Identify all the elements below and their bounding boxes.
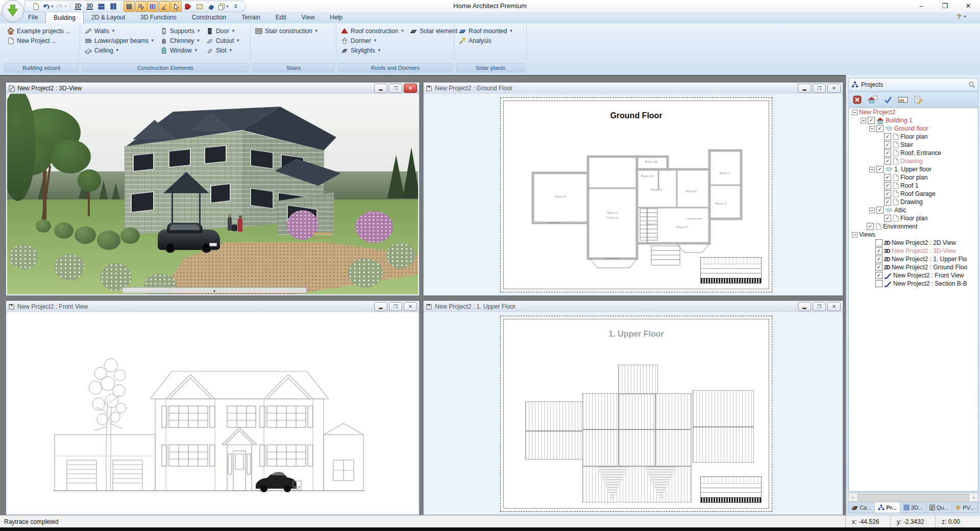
qat-redo-button[interactable]: ▼: [55, 1, 68, 12]
restore-button[interactable]: ❐: [813, 84, 826, 93]
minimize-button[interactable]: ▂: [798, 84, 811, 93]
ribbon-button-analysis[interactable]: Analysis: [457, 36, 514, 45]
close-button[interactable]: ✕: [827, 302, 841, 311]
tree-item-new-project2-section-b-b[interactable]: New Project2 : Section B-B: [849, 280, 978, 288]
tree-checkbox[interactable]: ✓: [875, 272, 883, 279]
tab-help[interactable]: Help: [322, 12, 350, 23]
3d-viewport[interactable]: ▲: [7, 94, 418, 294]
tree-item-1-upper-floor[interactable]: ✓1. Upper floor: [849, 165, 978, 173]
tree-item-new-project2-3d-view[interactable]: ✓3DNew Project2 : 3D-View: [849, 247, 978, 255]
qat-angle-snap-button[interactable]: [159, 1, 170, 12]
panel-tab-pv[interactable]: PV...: [952, 502, 978, 513]
window-front-titlebar[interactable]: New Project2 : Front View ▂ ❐ ✕: [6, 301, 419, 313]
projects-panel-header[interactable]: Projects: [848, 78, 978, 91]
tab-construction[interactable]: Construction: [184, 12, 234, 23]
tree-expander-icon[interactable]: [869, 208, 875, 213]
minimize-button[interactable]: ▂: [798, 302, 811, 311]
tree-expander-icon[interactable]: [869, 167, 875, 172]
minimize-button[interactable]: ▂: [374, 84, 387, 93]
scroll-right-icon[interactable]: ›: [970, 495, 978, 500]
tree-checkbox[interactable]: ✓: [867, 223, 874, 230]
tree-item-environment[interactable]: ✓Environment: [849, 222, 978, 231]
tab-terrain[interactable]: Terrain: [234, 12, 268, 23]
minimize-button[interactable]: –: [910, 0, 933, 12]
ribbon-button-ceiling[interactable]: Ceiling▼: [83, 45, 156, 55]
properties-button[interactable]: [912, 93, 925, 106]
ribbon-button-slot[interactable]: Slot▼: [204, 45, 241, 55]
tree-checkbox[interactable]: ✓: [875, 256, 883, 263]
close-button[interactable]: ✕: [957, 0, 980, 12]
qat-tile-horizontal-button[interactable]: [96, 1, 107, 12]
rename-button[interactable]: abl: [896, 93, 910, 106]
scrollbar-thumb[interactable]: [857, 494, 969, 501]
qat-2d-window-button[interactable]: 2D: [72, 1, 84, 12]
tree-item-attic[interactable]: ✓Attic: [849, 206, 978, 214]
tree-item-views[interactable]: Views: [849, 231, 978, 239]
ribbon-button-walls[interactable]: Walls▼: [83, 26, 156, 36]
tree-expander-icon[interactable]: [869, 126, 875, 132]
tree-checkbox[interactable]: ✓: [884, 182, 891, 189]
tab-edit[interactable]: Edit: [268, 12, 294, 23]
ribbon-button-door[interactable]: Door▼: [204, 26, 241, 36]
ribbon-button-example-projects[interactable]: Example projects ...: [5, 26, 72, 36]
tree-item-roof-garage[interactable]: ✓Roof Garage: [849, 190, 978, 198]
restore-button[interactable]: ❐: [389, 84, 402, 93]
window-ground-titlebar[interactable]: New Project2 : Ground Floor ▂ ❐ ✕: [424, 83, 843, 94]
confirm-button[interactable]: [881, 93, 894, 106]
qat-new-view-button[interactable]: [30, 1, 41, 12]
help-button[interactable]: ? ▼: [957, 13, 967, 20]
application-menu-button[interactable]: [2, 0, 24, 22]
qat-pointer-button[interactable]: [170, 1, 182, 12]
ribbon-button-supports[interactable]: Supports▼: [158, 26, 202, 36]
close-button[interactable]: ✕: [827, 84, 841, 93]
tree-item-roof-entrance[interactable]: ✓Roof, Entrance: [849, 149, 978, 157]
tree-item-new-project2-2d-view[interactable]: 2DNew Project2 : 2D View: [849, 239, 978, 247]
tree-checkbox[interactable]: ✓: [876, 207, 884, 214]
ribbon-button-roof-mounted[interactable]: Roof mounted▼: [457, 26, 514, 36]
tree-checkbox[interactable]: ✓: [875, 264, 883, 271]
tab-file[interactable]: File: [20, 12, 45, 23]
panel-tab-pr[interactable]: Pr...: [875, 502, 901, 513]
qat-color-marker-button[interactable]: [182, 1, 193, 12]
ribbon-button-skylights[interactable]: Skylights▼: [339, 45, 406, 55]
scroll-left-icon[interactable]: ‹: [849, 495, 857, 500]
tree-item-roof-1[interactable]: ✓Roof 1: [849, 182, 978, 190]
ribbon-button-window[interactable]: Window▼: [158, 45, 202, 55]
qat-undo-button[interactable]: ▼: [42, 1, 55, 12]
tree-checkbox[interactable]: ✓: [868, 117, 875, 124]
tree-checkbox[interactable]: ✓: [884, 190, 891, 197]
tree-item-new-project2-1-upper-flo[interactable]: ✓2DNew Project2 : 1. Upper Flo: [849, 255, 978, 263]
tree-checkbox[interactable]: ✓: [875, 247, 883, 255]
tree-item-drawing[interactable]: ✓Drawing: [849, 198, 978, 206]
tree-item-floor-plan[interactable]: ✓Floor plan: [849, 173, 978, 182]
qat-hatch-button[interactable]: [194, 1, 205, 12]
tree-item-floor-plan[interactable]: ✓Floor plan: [849, 214, 978, 222]
qat-roof-tile-button[interactable]: [206, 1, 217, 12]
panel-tab-3d[interactable]: 3D...: [900, 502, 926, 513]
qat-copy-button[interactable]: ▼: [217, 1, 230, 12]
ribbon-button-lower-upper-beams[interactable]: Lower/upper beams▼: [83, 36, 156, 45]
tree-checkbox[interactable]: [875, 239, 883, 246]
restore-button[interactable]: ❐: [933, 0, 957, 12]
tree-item-floor-plan[interactable]: ✓Floor plan: [849, 133, 978, 141]
ground-floor-canvas[interactable]: Ground Floor: [425, 94, 842, 294]
tree-item-new-project2[interactable]: New Project2: [849, 108, 978, 116]
window-upper-titlebar[interactable]: New Project2 : 1. Upper Floor ▂ ❐ ✕: [424, 301, 843, 313]
window-3d-titlebar[interactable]: New Project2 : 3D-View ▂ ❐ ✕: [6, 83, 419, 94]
tree-item-new-project2-ground-floo[interactable]: ✓2DNew Project2 : Ground Floo: [849, 263, 978, 271]
tree-item-stair[interactable]: ✓Stair: [849, 141, 978, 149]
close-button[interactable]: ✕: [404, 302, 417, 311]
magnifier-icon[interactable]: [968, 81, 975, 88]
tree-expander-icon[interactable]: [852, 232, 857, 238]
ribbon-button-new-project[interactable]: New Project ...: [5, 36, 72, 45]
ribbon-button-stair-construction[interactable]: Stair construction▼: [253, 26, 320, 36]
tree-checkbox[interactable]: ✓: [884, 215, 891, 222]
tree-item-building-1[interactable]: ✓Building 1: [849, 116, 978, 124]
tree-checkbox[interactable]: ✓: [884, 158, 891, 165]
restore-button[interactable]: ❐: [389, 302, 402, 311]
front-view-canvas[interactable]: [7, 312, 418, 514]
tree-item-ground-floor[interactable]: ✓Ground floor: [849, 124, 978, 133]
ribbon-button-roof-construction[interactable]: Roof construction▼: [339, 26, 406, 36]
ribbon-button-dormer[interactable]: Dormer▼: [339, 36, 406, 45]
qat-snap-grid-button[interactable]: [135, 1, 146, 12]
